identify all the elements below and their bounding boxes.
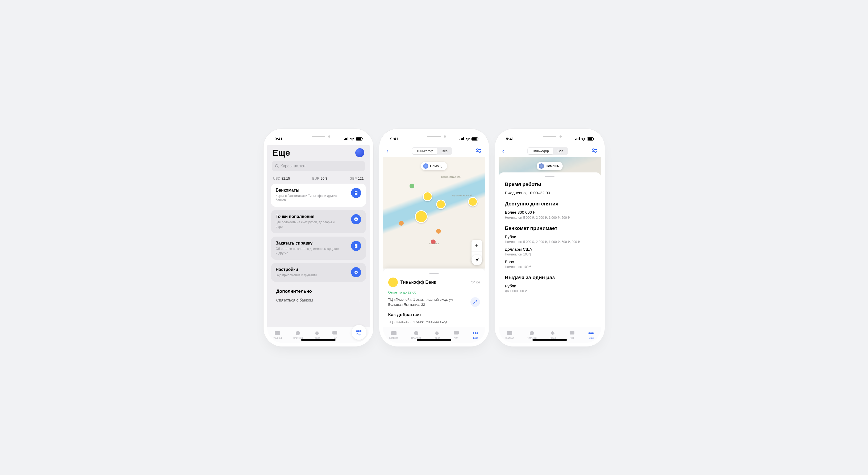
- atm-pin[interactable]: [436, 200, 446, 209]
- search-input[interactable]: Курсы валют: [272, 161, 365, 171]
- battery-icon: [356, 137, 362, 141]
- tab-city[interactable]: Город: [314, 330, 320, 339]
- card-topup[interactable]: Точки пополненияГде положить на счет руб…: [271, 210, 366, 233]
- segment-all[interactable]: Все: [553, 148, 567, 154]
- tab-payments[interactable]: Платежи: [527, 330, 537, 339]
- sheet-handle[interactable]: [545, 176, 555, 177]
- plus-icon: [351, 214, 361, 224]
- svg-point-0: [275, 165, 278, 167]
- svg-rect-11: [275, 331, 280, 335]
- contact-bank-row[interactable]: Связаться с банком ›: [276, 298, 361, 302]
- more-icon: [356, 329, 362, 333]
- home-indicator[interactable]: [417, 339, 451, 340]
- atm-pin[interactable]: [423, 191, 432, 201]
- atm-pin-selected[interactable]: [415, 210, 428, 223]
- home-indicator[interactable]: [301, 339, 336, 340]
- topbar: ‹ Тинькофф Все: [499, 145, 601, 157]
- currency-rates: USD82,15 EUR90,3 GBP121: [273, 176, 364, 180]
- tab-chat[interactable]: Чат: [569, 330, 575, 339]
- svg-rect-26: [476, 332, 478, 334]
- topbar: ‹ Тинькофф Все: [383, 145, 485, 157]
- map[interactable]: Помощь Кремлевская наб. Кадашёвская наб.…: [383, 157, 485, 268]
- locate-button[interactable]: [471, 255, 482, 265]
- page-title: Еще: [273, 148, 290, 158]
- svg-point-22: [414, 331, 418, 335]
- svg-rect-3: [355, 191, 357, 192]
- tab-home[interactable]: Главная: [273, 330, 282, 339]
- tab-more[interactable]: Еще: [588, 330, 594, 339]
- status-time: 9:41: [506, 137, 514, 141]
- card-atms[interactable]: БанкоматыКарта с банкоматами Тинькофф и …: [271, 184, 366, 207]
- svg-point-10: [355, 272, 356, 273]
- signal-icon: [344, 137, 348, 140]
- phone-map-screen: 9:41 ‹ Тинькофф Все Помощь Кремлевская н…: [383, 132, 485, 343]
- document-icon: [351, 241, 361, 251]
- svg-rect-31: [507, 331, 512, 335]
- bank-name: Тинькофф Банк: [401, 280, 467, 285]
- filter-button[interactable]: [591, 148, 597, 154]
- zoom-in-button[interactable]: +: [471, 240, 482, 251]
- back-button[interactable]: ‹: [502, 148, 504, 155]
- svg-point-12: [296, 331, 300, 335]
- help-avatar-icon: [423, 164, 428, 169]
- segment-tinkoff[interactable]: Тинькофф: [528, 148, 553, 154]
- svg-rect-23: [454, 331, 459, 334]
- avatar[interactable]: [355, 148, 364, 157]
- detail-sheet[interactable]: Время работы Ежедневно, 10:00–22:00 Дост…: [499, 173, 601, 327]
- withdraw-value: Более 300 000 ₽: [505, 210, 595, 215]
- home-indicator[interactable]: [532, 339, 567, 340]
- segment-control[interactable]: Тинькофф Все: [527, 147, 568, 155]
- card-statement[interactable]: Заказать справкуОб остатке на счете, с д…: [271, 237, 366, 260]
- circle-icon: [294, 330, 301, 336]
- map-poi: [409, 184, 414, 188]
- svg-rect-13: [333, 331, 337, 334]
- chevron-right-icon: ›: [359, 298, 361, 302]
- tab-chat[interactable]: Чат: [332, 330, 338, 339]
- segment-control[interactable]: Тинькофф Все: [412, 147, 452, 155]
- hours-heading: Время работы: [505, 181, 595, 187]
- svg-rect-36: [592, 332, 594, 334]
- card-icon: [274, 330, 281, 336]
- more-icon: [588, 330, 594, 336]
- distance: 704 км: [470, 280, 480, 284]
- directions-text: ТЦ «Гименей», 1 этаж, главный вход: [388, 320, 480, 324]
- status-time: 9:41: [275, 137, 283, 141]
- bank-logo-icon: [388, 277, 398, 287]
- search-icon: [275, 164, 279, 168]
- search-placeholder: Курсы валют: [281, 164, 306, 169]
- tab-more[interactable]: Еще: [351, 325, 367, 340]
- segment-tinkoff[interactable]: Тинькофф: [412, 148, 437, 154]
- address: ТЦ «Гименей», 1 этаж, главный вход, ул Б…: [388, 297, 467, 307]
- help-pill[interactable]: Помощь: [421, 162, 447, 170]
- svg-rect-24: [473, 332, 474, 334]
- phone-more-screen: 9:41 Еще Курсы валют USD82,15 EUR90,3 GB…: [267, 132, 370, 343]
- filter-button[interactable]: [476, 148, 482, 154]
- gear-icon: [351, 267, 361, 277]
- help-pill[interactable]: Помощь: [537, 162, 563, 170]
- hours-value: Ежедневно, 10:00–22:00: [505, 190, 595, 195]
- atm-pin[interactable]: [468, 197, 477, 207]
- card-settings[interactable]: НастройкиВид приложения и функции: [271, 263, 366, 282]
- tab-city[interactable]: Город: [550, 330, 556, 339]
- atm-icon: [351, 188, 361, 198]
- wifi-icon: [350, 137, 354, 141]
- back-button[interactable]: ‹: [387, 148, 389, 155]
- bottom-sheet[interactable]: Тинькофф Банк 704 км Открыто до 22:00 ТЦ…: [383, 268, 485, 327]
- svg-rect-33: [569, 331, 575, 334]
- sheet-handle[interactable]: [429, 273, 439, 274]
- tab-home[interactable]: Главная: [505, 330, 514, 339]
- tab-more[interactable]: Еще: [472, 330, 479, 339]
- tab-home[interactable]: Главная: [389, 330, 398, 339]
- segment-all[interactable]: Все: [437, 148, 452, 154]
- tab-payments[interactable]: Платежи: [293, 330, 303, 339]
- diamond-icon: [314, 330, 320, 336]
- route-button[interactable]: [470, 297, 480, 307]
- map-poi: [399, 221, 404, 226]
- tab-chat[interactable]: Чат: [453, 330, 460, 339]
- svg-rect-34: [589, 332, 590, 334]
- svg-rect-25: [475, 332, 476, 334]
- extra-heading: Дополнительно: [276, 289, 361, 294]
- tab-city[interactable]: Город: [434, 330, 440, 339]
- tab-payments[interactable]: Платежи: [411, 330, 421, 339]
- chat-icon: [332, 330, 338, 336]
